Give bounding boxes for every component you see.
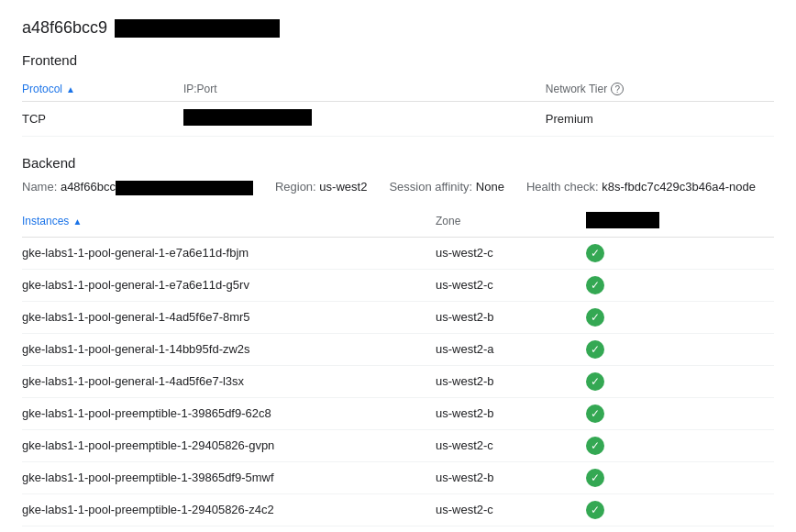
instance-name-cell: gke-labs1-1-pool-general-1-e7a6e11d-fbjm (22, 237, 436, 269)
instance-status-cell: ✓ (586, 461, 774, 493)
instance-row: gke-labs1-1-pool-general-1-4ad5f6e7-8mr5… (22, 301, 774, 333)
instance-status-cell: ✓ (586, 333, 774, 365)
healthy-check-icon: ✓ (586, 437, 604, 455)
instance-zone-cell: us-west2-a (436, 333, 586, 365)
instances-sort-link[interactable]: Instances ▲ (22, 215, 428, 227)
healthy-check-icon: ✓ (586, 405, 604, 423)
page-title-redacted (115, 19, 280, 38)
backend-affinity-label: Session affinity: (389, 180, 472, 194)
frontend-ip-port-header: IP:Port (183, 77, 546, 102)
backend-health-item: Health check: k8s-fbdc7c429c3b46a4-node (526, 180, 756, 194)
instance-name-cell: gke-labs1-1-pool-preemptible-1-29405826-… (22, 429, 436, 461)
instances-chevron-icon: ▲ (72, 216, 82, 227)
backend-region-value: us-west2 (319, 180, 367, 194)
instance-row: gke-labs1-1-pool-preemptible-1-29405826-… (22, 429, 774, 461)
instance-name-cell: gke-labs1-1-pool-general-1-4ad5f6e7-l3sx (22, 365, 436, 397)
backend-meta: Name: a48f66bcc Region: us-west2 Session… (22, 180, 774, 195)
instance-name-cell: gke-labs1-1-pool-preemptible-1-39865df9-… (22, 461, 436, 493)
frontend-row: TCP Premium (22, 102, 774, 137)
backend-section: Backend Name: a48f66bcc Region: us-west2… (22, 155, 774, 526)
instance-row: gke-labs1-1-pool-preemptible-1-39865df9-… (22, 397, 774, 429)
backend-name-label: Name: (22, 180, 61, 194)
status-col-header (586, 206, 774, 238)
backend-affinity-value: None (476, 180, 504, 194)
backend-name-prefix: a48f66bcc (61, 180, 116, 194)
network-tier-help-icon[interactable]: ? (611, 83, 624, 95)
healthy-check-icon: ✓ (586, 340, 604, 359)
instance-name-cell: gke-labs1-1-pool-preemptible-1-29405826-… (22, 493, 436, 526)
protocol-chevron-icon: ▲ (66, 84, 75, 94)
frontend-table: Protocol ▲ IP:Port Network Tier ? TCP (22, 77, 774, 137)
backend-region-label: Region: (275, 180, 316, 194)
frontend-protocol-cell: TCP (22, 102, 183, 137)
frontend-section: Frontend Protocol ▲ IP:Port Network Tier… (22, 52, 774, 137)
instance-row: gke-labs1-1-pool-general-1-4ad5f6e7-l3sx… (22, 365, 774, 397)
instance-zone-cell: us-west2-c (436, 269, 586, 301)
backend-region-item: Region: us-west2 (275, 180, 367, 194)
healthy-check-icon: ✓ (586, 372, 604, 391)
instance-status-cell: ✓ (586, 397, 774, 429)
page-title-text: a48f66bcc9 (22, 18, 107, 38)
instance-zone-cell: us-west2-b (436, 301, 586, 333)
instance-zone-cell: us-west2-b (436, 365, 586, 397)
backend-affinity-item: Session affinity: None (389, 180, 504, 194)
instance-zone-cell: us-west2-c (436, 429, 586, 461)
backend-health-label: Health check: (526, 180, 599, 194)
instance-row: gke-labs1-1-pool-preemptible-1-29405826-… (22, 493, 774, 526)
instance-zone-cell: us-west2-c (436, 237, 586, 269)
frontend-network-tier-header: Network Tier ? (546, 77, 774, 102)
backend-name-item: Name: a48f66bcc (22, 180, 253, 195)
instance-zone-cell: us-west2-b (436, 461, 586, 493)
instance-status-cell: ✓ (586, 301, 774, 333)
frontend-network-tier-cell: Premium (546, 102, 774, 137)
instance-zone-cell: us-west2-c (436, 493, 586, 526)
instance-status-cell: ✓ (586, 237, 774, 269)
instances-table: Instances ▲ Zone gke-labs1-1-pool-genera… (22, 206, 774, 526)
instance-status-cell: ✓ (586, 365, 774, 397)
instance-name-cell: gke-labs1-1-pool-general-1-14bb95fd-zw2s (22, 333, 436, 365)
instance-name-cell: gke-labs1-1-pool-general-1-4ad5f6e7-8mr5 (22, 301, 436, 333)
healthy-check-icon: ✓ (586, 276, 604, 294)
healthy-check-icon: ✓ (586, 308, 604, 327)
frontend-section-title: Frontend (22, 52, 774, 68)
zone-col-header: Zone (436, 206, 586, 238)
instance-status-cell: ✓ (586, 429, 774, 461)
instance-name-cell: gke-labs1-1-pool-general-1-e7a6e11d-g5rv (22, 269, 436, 301)
healthy-check-icon: ✓ (586, 244, 604, 262)
instance-status-cell: ✓ (586, 493, 774, 526)
instance-row: gke-labs1-1-pool-general-1-e7a6e11d-g5rv… (22, 269, 774, 301)
instance-zone-cell: us-west2-b (436, 397, 586, 429)
instance-row: gke-labs1-1-pool-preemptible-1-39865df9-… (22, 461, 774, 493)
backend-health-value: k8s-fbdc7c429c3b46a4-node (602, 180, 756, 194)
status-header-redacted (586, 212, 659, 228)
instances-col-header: Instances ▲ (22, 206, 436, 238)
backend-name-redacted (116, 181, 253, 195)
instance-row: gke-labs1-1-pool-general-1-14bb95fd-zw2s… (22, 333, 774, 365)
backend-section-title: Backend (22, 155, 774, 171)
frontend-ip-cell (183, 102, 546, 137)
frontend-protocol-header: Protocol ▲ (22, 77, 183, 102)
ip-redacted-block (183, 109, 312, 126)
page-title: a48f66bcc9 (22, 18, 774, 38)
protocol-sort-link[interactable]: Protocol ▲ (22, 83, 176, 95)
instance-row: gke-labs1-1-pool-general-1-e7a6e11d-fbjm… (22, 237, 774, 269)
healthy-check-icon: ✓ (586, 501, 604, 519)
instance-name-cell: gke-labs1-1-pool-preemptible-1-39865df9-… (22, 397, 436, 429)
healthy-check-icon: ✓ (586, 469, 604, 487)
instance-status-cell: ✓ (586, 269, 774, 301)
